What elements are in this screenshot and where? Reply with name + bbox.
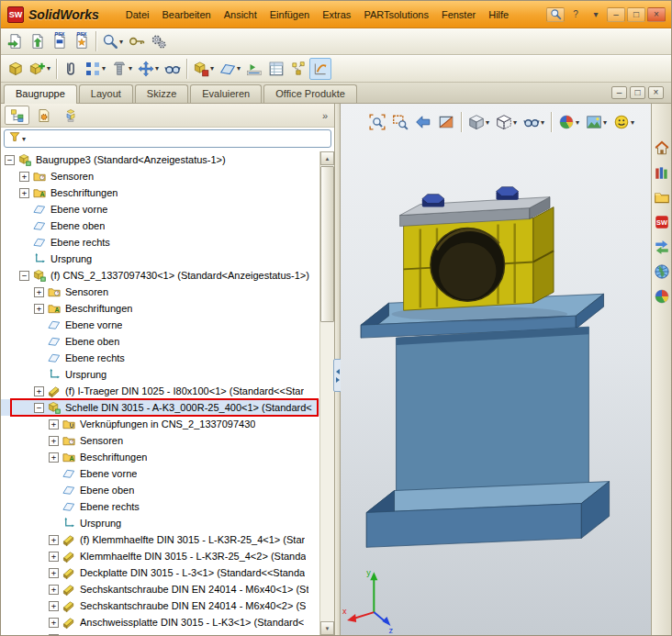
tab-evaluieren[interactable]: Evaluieren [190, 84, 262, 103]
expand-plus-box[interactable]: + [49, 634, 59, 636]
menu-item-einfügen[interactable]: Einfügen [263, 6, 316, 24]
expand-minus-box[interactable]: − [34, 403, 44, 413]
tree-item-verknüpfungen-in-cns-2-1337097430[interactable]: +Verknüpfungen in CNS_2_1337097430 [1, 416, 319, 432]
show-hidden-components-button[interactable] [162, 58, 184, 80]
minimize-button[interactable]: – [607, 7, 625, 22]
tree-item-ursprung[interactable]: Ursprung [1, 515, 319, 531]
tree-item-ebene-oben[interactable]: Ebene oben [1, 333, 319, 350]
filter-funnel-icon[interactable] [8, 130, 21, 147]
edit-appearance-button[interactable]: ▾ [555, 111, 582, 133]
insert-components-dropdown-arrow[interactable]: ▾ [47, 64, 50, 73]
partsolutions-import-button[interactable] [27, 30, 49, 52]
partsolutions-portal-button[interactable] [653, 238, 671, 256]
zoom-fit-button[interactable] [366, 111, 388, 133]
tree-item-anschweissplatte-din-3015-l-k3-1-standard[interactable]: +Anschweissplatte DIN 3015 - L-K3<1> (St… [1, 614, 319, 630]
view-settings-dropdown-arrow[interactable]: ▾ [631, 118, 634, 127]
doc-restore-button[interactable]: □ [630, 86, 645, 99]
tree-item-ebene-vorne[interactable]: Ebene vorne [1, 201, 319, 218]
tree-item-f-i-traeger-din-1025-i80x100-1-standard-st[interactable]: +(f) I-Traeger DIN 1025 - I80x100<1> (St… [1, 383, 319, 399]
expand-plus-box[interactable]: + [49, 535, 59, 545]
tree-item-sechskantschraube-din-en-24014-m6x40-1-st[interactable]: +Sechskantschraube DIN EN 24014 - M6x40<… [1, 581, 319, 597]
mate-button[interactable] [60, 58, 82, 80]
tree-item-ebene-oben[interactable]: Ebene oben [1, 482, 319, 498]
graphics-area[interactable]: ▾▾▾▾▾▾ [341, 104, 651, 635]
expand-minus-box[interactable]: − [19, 271, 29, 281]
tab-skizze[interactable]: Skizze [135, 84, 188, 103]
expand-plus-box[interactable]: + [49, 552, 59, 562]
tree-filter-input[interactable] [26, 132, 327, 145]
file-explorer-button[interactable] [653, 188, 671, 206]
tree-scrollbar[interactable]: ▲ ▼ [319, 151, 334, 635]
assembly-features-dropdown-arrow[interactable]: ▾ [210, 64, 214, 73]
expand-plus-box[interactable]: + [49, 436, 59, 446]
instant3d-button[interactable] [309, 58, 331, 80]
view-orientation-dropdown-arrow[interactable]: ▾ [486, 118, 489, 127]
tree-item-deckplatte-din-3015-l-3-1-standard-standa[interactable]: +Deckplatte DIN 3015 - L-3<1> (Standard<… [1, 564, 319, 581]
tree-item-klemmhaelfte-din-3015-l-k3r-25-4-2-standa[interactable]: +Klemmhaelfte DIN 3015 - L-K3R-25_4<2> (… [1, 548, 319, 564]
menu-expand-button[interactable]: ▾ [587, 7, 605, 22]
previous-view-button[interactable] [412, 111, 434, 133]
bill-of-materials-button[interactable] [265, 58, 287, 80]
menu-item-partsolutions[interactable]: PARTsolutions [357, 6, 435, 24]
internet-resources-button[interactable] [653, 262, 671, 281]
appearances-scenes-button[interactable] [653, 287, 671, 306]
configurationmanager-tab-button[interactable] [58, 106, 83, 125]
assembly-features-button[interactable]: ▾ [190, 58, 217, 80]
tree-item-baugruppe3-standard-anzeigestatus-1[interactable]: −Baugruppe3 (Standard<Anzeigestatus-1>) [1, 151, 319, 168]
apply-scene-dropdown-arrow[interactable]: ▾ [603, 118, 607, 127]
partsolutions-export-button[interactable] [5, 30, 27, 52]
featuremanager-tab-button[interactable] [5, 106, 29, 125]
psx-new-document-button[interactable]: PSX [71, 30, 93, 52]
expand-plus-box[interactable]: + [34, 287, 44, 297]
expand-plus-box[interactable]: + [49, 568, 59, 578]
smart-fasteners-dropdown-arrow[interactable]: ▾ [129, 64, 132, 73]
partsolutions-settings-button[interactable] [148, 30, 170, 52]
new-motion-study-button[interactable] [243, 58, 265, 80]
tab-baugruppe[interactable]: Baugruppe [4, 84, 77, 104]
propertymanager-tab-button[interactable] [31, 106, 56, 125]
tree-item-ebene-vorne[interactable]: Ebene vorne [1, 317, 319, 333]
menu-search-button[interactable] [546, 7, 565, 22]
expand-plus-box[interactable]: + [19, 172, 29, 182]
section-view-button[interactable] [435, 111, 457, 133]
edit-component-button[interactable] [5, 58, 27, 80]
expand-plus-box[interactable]: + [49, 601, 59, 611]
view-orientation-button[interactable]: ▾ [465, 111, 492, 133]
tree-item-ebene-vorne[interactable]: Ebene vorne [1, 465, 319, 482]
menu-item-extras[interactable]: Extras [316, 6, 357, 24]
linear-component-pattern-button[interactable]: ▾ [82, 58, 108, 80]
tree-item-beschriftungen[interactable]: +ABeschriftungen [1, 184, 319, 201]
tree-item-sensoren[interactable]: +Sensoren [1, 168, 319, 184]
insert-components-button[interactable]: ▾ [27, 58, 53, 80]
tree-item-schelle-din-3015-a-k3-000r-25-400-1-standa[interactable]: −Schelle DIN 3015 - A-K3_000R-25_400<1> … [1, 399, 319, 416]
menu-item-datei[interactable]: Datei [119, 6, 156, 24]
linear-component-pattern-dropdown-arrow[interactable]: ▾ [102, 64, 106, 73]
tree-item-f-cns-2-1337097430-1-standard-anzeigestatu[interactable]: −(f) CNS_2_1337097430<1> (Standard<Anzei… [1, 267, 319, 284]
move-component-dropdown-arrow[interactable]: ▾ [155, 64, 159, 73]
view-settings-button[interactable]: ▾ [610, 111, 637, 133]
menu-item-bearbeiten[interactable]: Bearbeiten [155, 6, 217, 24]
tree-item-ursprung[interactable]: Ursprung [1, 251, 319, 267]
tree-item-ebene-rechts[interactable]: Ebene rechts [1, 498, 319, 515]
exploded-view-button[interactable] [287, 58, 309, 80]
menu-item-ansicht[interactable]: Ansicht [218, 6, 263, 24]
edit-appearance-dropdown-arrow[interactable]: ▾ [576, 118, 579, 127]
display-style-dropdown-arrow[interactable]: ▾ [513, 118, 517, 127]
tab-layout[interactable]: Layout [79, 84, 133, 103]
tree-item-ebene-rechts[interactable]: Ebene rechts [1, 234, 319, 251]
doc-close-button[interactable]: × [648, 86, 664, 99]
expand-minus-box[interactable]: − [5, 155, 15, 165]
partsolutions-search-dropdown-arrow[interactable]: ▾ [119, 38, 123, 46]
tree-item-sechskantschraube-din-en-24014-m6x40-2-s[interactable]: +Sechskantschraube DIN EN 24014 - M6x40<… [1, 597, 319, 614]
solidworks-resources-button[interactable] [653, 139, 671, 157]
apply-scene-button[interactable]: ▾ [583, 111, 610, 133]
tree-item[interactable]: + [1, 630, 319, 635]
tab-office-produkte[interactable]: Office Produkte [263, 84, 357, 103]
tree-item-ebene-rechts[interactable]: Ebene rechts [1, 350, 319, 366]
scroll-up-button[interactable]: ▲ [320, 151, 334, 165]
tree-item-sensoren[interactable]: +Sensoren [1, 432, 319, 449]
tree-item-beschriftungen[interactable]: +ABeschriftungen [1, 300, 319, 317]
display-style-button[interactable]: ▾ [493, 111, 520, 133]
expand-plus-box[interactable]: + [49, 585, 59, 595]
partsolutions-search-button[interactable]: ▾ [99, 30, 126, 52]
